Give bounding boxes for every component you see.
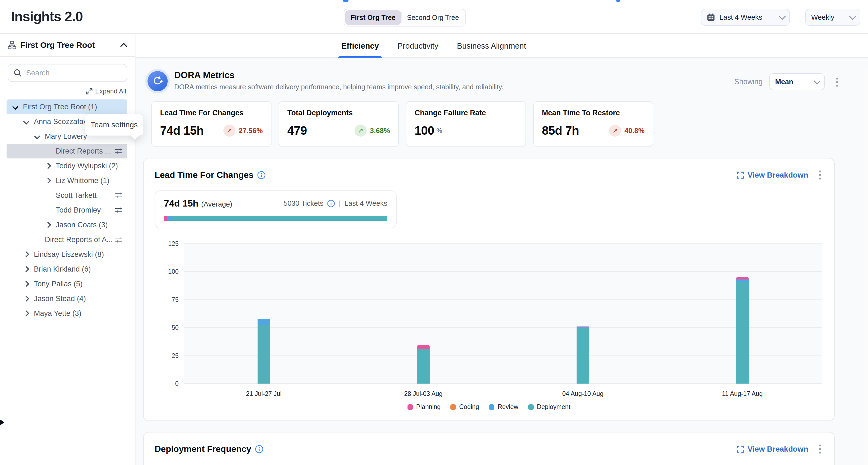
chevron-right-icon[interactable] (44, 178, 53, 183)
info-icon[interactable] (255, 445, 263, 453)
tree-item[interactable]: First Org Tree Root (1) (6, 99, 127, 114)
info-icon[interactable] (327, 200, 335, 207)
team-settings-icon[interactable] (115, 147, 123, 157)
chevron-right-icon[interactable] (22, 297, 31, 301)
tree-item-label: Tony Pallas (5) (34, 280, 83, 288)
stacked-bar (577, 327, 589, 383)
org-tab-second-org-tree[interactable]: Second Org Tree (402, 10, 464, 25)
tree-item-label: Teddy Wylupski (2) (56, 162, 118, 170)
team-settings-icon[interactable] (115, 191, 123, 202)
tree-item[interactable]: Tony Pallas (5) (6, 277, 127, 291)
search-input[interactable] (26, 69, 108, 77)
legend-swatch (451, 404, 456, 410)
org-tree-icon (8, 41, 17, 50)
deployment-frequency-view-breakdown-link[interactable]: View Breakdown (737, 445, 808, 454)
tab-business-alignment[interactable]: Business Alignment (457, 34, 526, 58)
chevron-right-icon[interactable] (22, 267, 31, 271)
collapse-section-chevron[interactable] (120, 43, 127, 50)
legend-item-deployment: Deployment (528, 403, 570, 411)
chevron-down-icon[interactable] (11, 105, 20, 109)
scrollbar[interactable] (866, 68, 868, 465)
dora-title: DORA Metrics (174, 70, 503, 80)
tree-item-label: Lindsay Liszewski (8) (34, 250, 104, 259)
x-tick-label: 21 Jul-27 Jul (246, 390, 282, 398)
chevron-down-icon[interactable] (22, 119, 31, 124)
lead-time-kebab-menu[interactable] (817, 168, 823, 182)
tree-item[interactable]: Direct Reports ... (6, 144, 127, 158)
lead-time-title: Lead Time For Changes (155, 170, 253, 180)
tree-item[interactable]: Jason Stead (4) (6, 291, 127, 306)
metric-card-unit: % (436, 127, 442, 134)
search-box[interactable] (8, 64, 127, 82)
gridline (184, 327, 822, 328)
chevron-down-icon[interactable] (33, 134, 41, 138)
chevron-right-icon[interactable] (44, 223, 53, 227)
tree-item-label: Maya Yette (3) (34, 309, 82, 318)
metric-card: Change Failure Rate100% (406, 101, 526, 147)
team-settings-icon[interactable] (115, 206, 123, 216)
tree-item[interactable]: Brian Kirkland (6) (6, 262, 127, 277)
dora-kebab-menu[interactable] (834, 75, 840, 89)
tab-productivity[interactable]: Productivity (397, 34, 438, 58)
gridline (184, 243, 822, 244)
team-settings-tooltip: Team settings (85, 114, 144, 136)
phase-progress-bar (164, 216, 387, 221)
tree-item[interactable]: Direct Reports of A... (6, 232, 127, 247)
bar-segment-planning (736, 277, 749, 279)
chevron-right-icon[interactable] (22, 282, 31, 286)
trend-delta: 3.68% (370, 126, 390, 135)
average-value: 74d 15h (164, 198, 198, 209)
granularity-select[interactable]: Weekly (805, 9, 860, 26)
legend-label: Deployment (537, 403, 570, 411)
gridline (184, 271, 822, 272)
chevron-right-icon[interactable] (22, 252, 31, 256)
org-tab-first-org-tree[interactable]: First Org Tree (345, 10, 401, 25)
separator: | (339, 199, 341, 208)
sidebar-collapse-arrow[interactable] (0, 416, 4, 428)
chevron-down-icon (814, 77, 820, 84)
average-label: (Average) (201, 200, 232, 208)
deployment-frequency-kebab-menu[interactable] (817, 442, 823, 456)
tree-item[interactable]: Lindsay Liszewski (8) (6, 247, 127, 262)
chevron-right-icon[interactable] (44, 164, 53, 168)
legend-label: Review (498, 403, 518, 411)
info-icon[interactable] (257, 171, 266, 179)
metric-card: Total Deployments479↗3.68% (279, 101, 399, 147)
tab-bar: EfficiencyProductivityBusiness Alignment (135, 34, 868, 58)
date-range-select[interactable]: Last 4 Weeks (701, 9, 790, 26)
period-label: Last 4 Weeks (344, 199, 387, 208)
metric-card-title: Total Deployments (287, 109, 390, 117)
tree-item[interactable]: Teddy Wylupski (2) (6, 158, 127, 173)
chart-plot-area (184, 244, 822, 383)
bar-segment-review (257, 319, 270, 325)
tab-efficiency[interactable]: Efficiency (341, 34, 379, 58)
legend-label: Planning (416, 403, 441, 411)
tree-item-label: Direct Reports of A... (45, 236, 113, 244)
metric-card-value-row: 479↗3.68% (287, 124, 390, 137)
progress-segment-deployment (172, 216, 387, 221)
showing-label: Showing (734, 78, 763, 86)
trend-badge: ↗3.68% (354, 125, 390, 136)
expand-all-button[interactable]: Expand All (9, 87, 126, 95)
expand-breakdown-icon (737, 445, 744, 453)
tree-item[interactable]: Scott Tarkett (6, 188, 127, 203)
dora-header: DORA Metrics DORA metrics measure softwa… (148, 70, 842, 91)
tree-item[interactable]: Jason Coats (3) (6, 217, 127, 232)
chart-x-axis: 21 Jul-27 Jul28 Jul-03 Aug04 Aug-10 Aug1… (155, 383, 823, 402)
lead-time-view-breakdown-link[interactable]: View Breakdown (737, 171, 808, 180)
metric-card: Lead Time For Changes74d 15h↗27.56% (151, 101, 272, 147)
team-settings-icon[interactable] (115, 236, 123, 246)
deployment-frequency-panel: Deployment Frequency View Breakdown (143, 432, 835, 465)
gridline (184, 355, 822, 356)
tree-item[interactable]: Liz Whittome (1) (6, 173, 127, 188)
clipped-content-top (343, 0, 348, 2)
y-tick-label: 125 (155, 240, 179, 248)
tree-item[interactable]: Maya Yette (3) (6, 306, 127, 321)
tree-item[interactable]: Todd Bromley (6, 203, 127, 217)
main-content: EfficiencyProductivityBusiness Alignment… (135, 34, 868, 465)
y-tick-label: 50 (155, 324, 179, 332)
chevron-right-icon[interactable] (22, 311, 31, 315)
aggregation-select[interactable]: Mean (769, 73, 825, 90)
expand-breakdown-icon (737, 172, 744, 179)
tree-item-label: Mary Lowery (45, 132, 87, 141)
